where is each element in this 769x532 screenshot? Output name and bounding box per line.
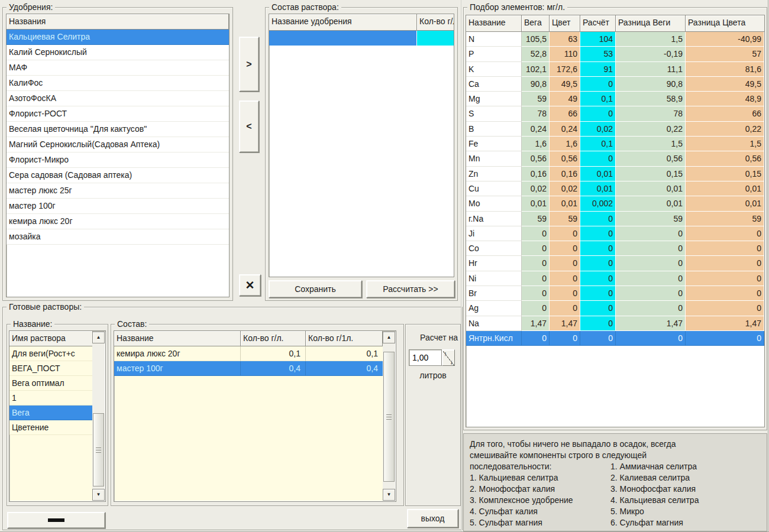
- element-row[interactable]: Ni00000: [466, 271, 764, 286]
- fertilizer-item[interactable]: мозайка: [7, 229, 229, 245]
- element-row[interactable]: Ji00000: [466, 226, 764, 241]
- solution-name-item[interactable]: 1: [9, 391, 93, 406]
- col-diff-cvet-header[interactable]: Разница Цвета: [686, 15, 764, 32]
- element-row[interactable]: P52,811053-0,1957: [466, 47, 764, 61]
- down-arrow-icon: ▼: [96, 492, 101, 497]
- fertilizer-item[interactable]: Веселая цветочница "Для кактусов": [7, 122, 229, 137]
- element-value-cell: 1,5: [616, 137, 686, 151]
- element-row[interactable]: S786607866: [466, 106, 764, 121]
- fertilizer-item[interactable]: Флорист-РОСТ: [7, 106, 229, 122]
- solution-group: Состав раствора: Название удобрения Кол-…: [265, 7, 458, 301]
- scroll-up-button[interactable]: ▲: [383, 332, 395, 343]
- fertilizer-item[interactable]: мастер люкс 25г: [7, 183, 229, 199]
- solution-name-item[interactable]: Цветение: [9, 420, 93, 435]
- element-row[interactable]: Ag00000: [466, 301, 764, 316]
- element-value-cell: 0: [616, 331, 686, 346]
- col-diff-vega-header[interactable]: Разница Веги: [616, 15, 686, 32]
- element-row[interactable]: Hr00000: [466, 256, 764, 271]
- minus-icon: [48, 518, 64, 522]
- scroll-thumb[interactable]: [383, 352, 395, 482]
- composition-qty-cell: 0,4: [241, 361, 306, 376]
- fertilizer-item[interactable]: КалиФос: [7, 76, 229, 91]
- delete-solution-button[interactable]: [7, 512, 105, 528]
- element-row[interactable]: Ca90,849,5090,849,5: [466, 77, 764, 92]
- add-fertilizer-button[interactable]: >: [239, 37, 259, 92]
- solution-names-header[interactable]: Имя раствора: [9, 331, 93, 346]
- element-value-cell: 0,002: [580, 196, 616, 211]
- fertilizer-item[interactable]: МАФ: [7, 60, 229, 76]
- col-vega-header[interactable]: Вега: [522, 15, 550, 32]
- element-row[interactable]: Mo0,010,010,0020,010,01: [466, 196, 764, 211]
- element-value-cell: 0: [580, 286, 616, 301]
- comp-col-name-header[interactable]: Название: [114, 331, 241, 346]
- solution-qty-cell[interactable]: [417, 31, 454, 46]
- element-row[interactable]: Br00000: [466, 286, 764, 301]
- element-row[interactable]: Co00000: [466, 241, 764, 256]
- fertilizer-item[interactable]: кемира люкс 20г: [7, 214, 229, 229]
- ready-solutions-group-label: Готовые растворы:: [7, 302, 84, 312]
- element-name-cell: Hr: [466, 256, 522, 271]
- composition-row[interactable]: мастер 100г0,40,4: [114, 361, 383, 376]
- scroll-up-button[interactable]: ▲: [92, 332, 105, 343]
- comp-col-qty-header[interactable]: Кол-во г/л.: [241, 331, 306, 346]
- clear-solution-button[interactable]: ✕: [239, 274, 261, 296]
- composition-name-cell: мастер 100г: [114, 361, 241, 376]
- save-button[interactable]: Сохранить: [269, 280, 362, 298]
- fertilizer-item[interactable]: Кальциевая Селитра: [7, 30, 229, 45]
- solution-name-item[interactable]: Вега: [9, 406, 93, 420]
- remove-fertilizer-button[interactable]: <: [239, 100, 259, 153]
- solution-name-item[interactable]: ВЕГА_ПОСТ: [9, 361, 93, 376]
- element-row[interactable]: Zn0,160,160,010,150,15: [466, 167, 764, 181]
- element-row[interactable]: Fe1,61,60,11,51,5: [466, 137, 764, 151]
- fertilizer-item[interactable]: Магний Сернокислый(Садовая Аптека): [7, 137, 229, 153]
- element-row[interactable]: Cu0,020,020,010,010,01: [466, 181, 764, 196]
- mixing-order-item: 2. Калиевая селитра: [610, 472, 761, 484]
- liters-spinner[interactable]: ↑ ↓: [442, 349, 455, 366]
- element-row[interactable]: B0,240,240,020,220,22: [466, 122, 764, 137]
- up-arrow-icon: ▲: [96, 335, 101, 340]
- mixing-order-left-column: последовательности: 1. Кальциевая селитр…: [470, 461, 610, 528]
- fertilizers-group-label: Удобрения:: [7, 2, 55, 12]
- element-value-cell: 0,02: [550, 181, 580, 196]
- element-row[interactable]: Mn0,560,5600,560,56: [466, 151, 764, 166]
- fertilizer-item[interactable]: Сера садовая (Садовая аптека): [7, 168, 229, 183]
- fertilizer-item[interactable]: мастер 100г: [7, 199, 229, 214]
- solution-row[interactable]: [269, 31, 454, 46]
- element-row[interactable]: Янтрн.Кисл00000: [466, 331, 764, 346]
- solution-composition-group-label: Состав:: [115, 319, 149, 329]
- col-raschet-header[interactable]: Расчёт: [580, 15, 616, 32]
- solution-col-name-header[interactable]: Название удобрения: [269, 14, 417, 31]
- element-name-cell: Mn: [466, 151, 522, 166]
- element-row[interactable]: K102,1172,69111,181,6: [466, 62, 764, 77]
- solution-name-cell[interactable]: [269, 31, 417, 46]
- col-cvet-header[interactable]: Цвет: [550, 15, 580, 32]
- scroll-down-button[interactable]: ▼: [383, 489, 395, 501]
- exit-button[interactable]: выход: [407, 509, 458, 528]
- composition-row[interactable]: кемира люкс 20г0,10,1: [114, 346, 383, 361]
- element-value-cell: 1,6: [550, 137, 580, 151]
- element-row[interactable]: Na1,471,4701,471,47: [466, 316, 764, 331]
- scroll-down-button[interactable]: ▼: [92, 489, 105, 501]
- fertilizer-item[interactable]: АзотоФосКА: [7, 91, 229, 106]
- fertilizer-item[interactable]: Флорист-Микро: [7, 153, 229, 168]
- element-value-cell: 91: [580, 62, 616, 77]
- element-value-cell: 90,8: [616, 77, 686, 92]
- element-row[interactable]: Mg59490,158,948,9: [466, 92, 764, 106]
- comp-col-qty1-header[interactable]: Кол-во г/1л.: [306, 331, 383, 346]
- element-value-cell: 1,47: [616, 316, 686, 331]
- solution-name-item[interactable]: Для веги(Рост+с: [9, 346, 93, 361]
- liters-input[interactable]: [409, 349, 442, 366]
- calculate-button[interactable]: Рассчитать >>: [366, 280, 455, 298]
- scroll-thumb[interactable]: [93, 413, 104, 486]
- element-row[interactable]: N105,5631041,5-40,99: [466, 32, 764, 47]
- solution-names-rows: Для веги(Рост+сВЕГА_ПОСТВега оптимал1Вег…: [9, 346, 93, 435]
- element-row[interactable]: г.Na595905959: [466, 212, 764, 226]
- solution-col-qty-header[interactable]: Кол-во г/л.: [417, 14, 454, 31]
- fertilizers-list-header[interactable]: Названия: [7, 14, 229, 30]
- solution-name-item[interactable]: Вега оптимал: [9, 376, 93, 391]
- names-scrollbar[interactable]: ▲ ▼: [92, 332, 105, 501]
- element-name-cell: Ag: [466, 301, 522, 316]
- col-name-header[interactable]: Название: [466, 15, 522, 32]
- fertilizer-item[interactable]: Калий Сернокислый: [7, 45, 229, 60]
- composition-scrollbar[interactable]: ▲ ▼: [383, 332, 395, 501]
